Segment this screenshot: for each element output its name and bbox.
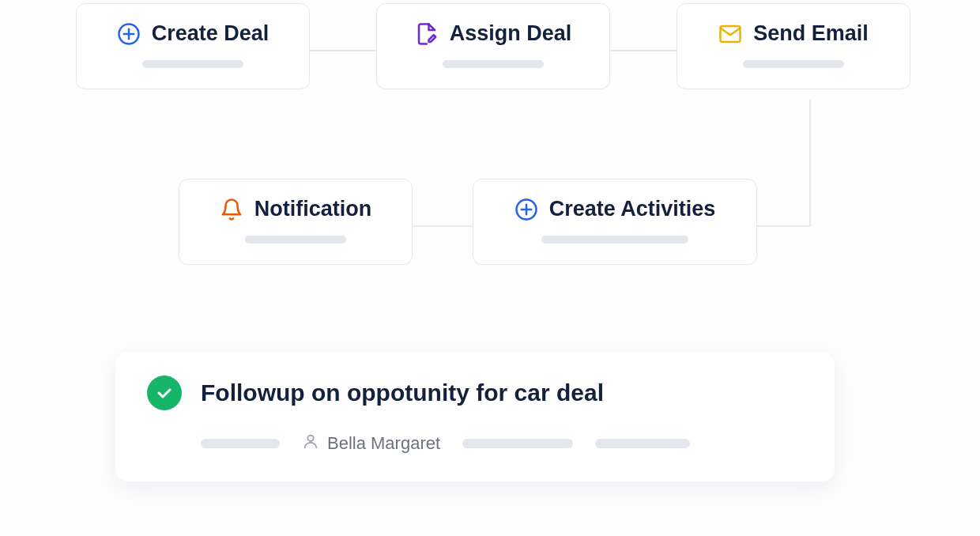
- node-send-email[interactable]: Send Email: [677, 3, 910, 89]
- placeholder-bar: [245, 236, 346, 243]
- connector: [308, 50, 383, 51]
- connector: [809, 100, 811, 226]
- placeholder-bar: [201, 439, 280, 448]
- plus-circle-icon: [514, 198, 538, 221]
- bell-icon: [220, 198, 243, 221]
- placeholder-bar: [443, 60, 544, 68]
- task-meta: Bella Margaret: [201, 432, 803, 455]
- task-title: Followup on oppotunity for car deal: [201, 379, 604, 406]
- task-card[interactable]: Followup on oppotunity for car deal Bell…: [115, 352, 835, 481]
- placeholder-bar: [743, 60, 844, 68]
- node-label: Create Activities: [549, 197, 716, 221]
- placeholder-bar: [462, 439, 573, 448]
- connector: [609, 50, 680, 51]
- node-label: Notification: [254, 197, 372, 221]
- connector: [756, 225, 811, 227]
- placeholder-bar: [142, 60, 243, 68]
- file-edit-icon: [415, 22, 439, 46]
- task-assignee: Bella Margaret: [302, 432, 440, 455]
- node-create-activities[interactable]: Create Activities: [473, 179, 757, 265]
- connector: [411, 225, 474, 227]
- node-label: Send Email: [753, 21, 869, 46]
- check-circle-icon: [147, 376, 182, 410]
- assignee-name: Bella Margaret: [327, 433, 440, 454]
- node-notification[interactable]: Notification: [179, 179, 413, 265]
- node-label: Assign Deal: [450, 21, 572, 46]
- placeholder-bar: [595, 439, 690, 448]
- mail-icon: [718, 22, 742, 46]
- plus-circle-icon: [117, 22, 141, 46]
- workflow-canvas: Create Deal Assign Deal Send Email: [0, 0, 980, 536]
- svg-point-7: [307, 436, 313, 441]
- node-label: Create Deal: [152, 21, 270, 46]
- person-icon: [302, 432, 319, 455]
- placeholder-bar: [541, 236, 688, 243]
- node-assign-deal[interactable]: Assign Deal: [376, 3, 610, 89]
- node-create-deal[interactable]: Create Deal: [76, 3, 310, 89]
